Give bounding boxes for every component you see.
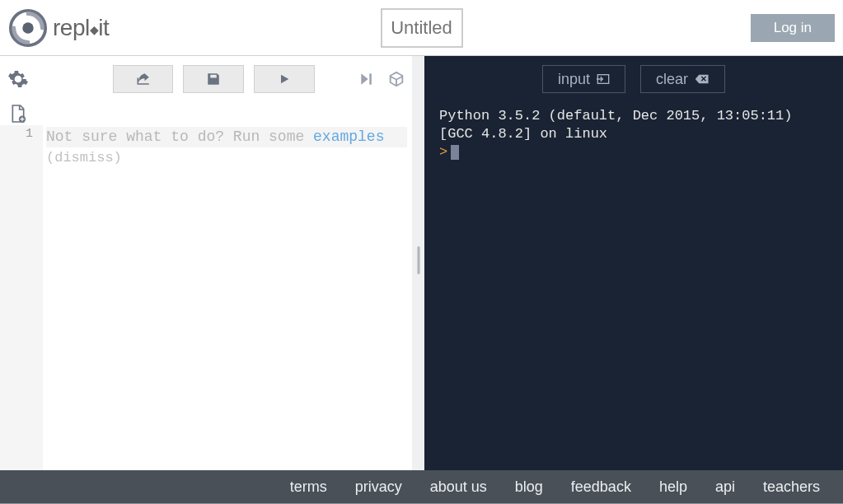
- play-icon: [278, 72, 291, 86]
- input-button[interactable]: input: [542, 65, 625, 93]
- examples-link[interactable]: examples: [313, 128, 384, 145]
- console-toolbar: input clear: [424, 56, 843, 102]
- line-gutter: 1: [0, 125, 43, 470]
- console-pane: input clear Python 3.5.2 (default, Dec 2…: [424, 56, 843, 470]
- console-line: [GCC 4.8.2] on linux: [439, 125, 828, 143]
- editor-toolbar: [0, 56, 412, 102]
- code-body[interactable]: Not sure what to do? Run some examples (…: [43, 125, 412, 470]
- line-number: 1: [0, 127, 33, 141]
- share-icon: [135, 72, 152, 86]
- footer-link-feedback[interactable]: feedback: [571, 478, 631, 496]
- step-button[interactable]: [358, 71, 376, 87]
- console-line: Python 3.5.2 (default, Dec 2015, 13:05:1…: [439, 107, 828, 125]
- footer: terms privacy about us blog feedback hel…: [0, 470, 843, 503]
- new-file-button[interactable]: [10, 104, 26, 124]
- dismiss-link[interactable]: (dismiss): [46, 150, 122, 166]
- console-prompt[interactable]: >: [439, 143, 828, 161]
- footer-link-api[interactable]: api: [715, 478, 735, 496]
- svg-point-1: [22, 22, 33, 33]
- save-icon: [206, 72, 221, 86]
- gear-icon: [7, 68, 29, 90]
- main: 1 Not sure what to do? Run some examples…: [0, 56, 843, 470]
- package-button[interactable]: [387, 70, 405, 88]
- footer-link-privacy[interactable]: privacy: [355, 478, 402, 496]
- save-button[interactable]: [183, 65, 244, 93]
- console-output[interactable]: Python 3.5.2 (default, Dec 2015, 13:05:1…: [424, 102, 843, 166]
- footer-link-terms[interactable]: terms: [290, 478, 327, 496]
- swirl-icon: [8, 8, 48, 48]
- editor-pane: 1 Not sure what to do? Run some examples…: [0, 56, 412, 470]
- drag-handle-icon: [417, 246, 419, 274]
- code-editor[interactable]: 1 Not sure what to do? Run some examples…: [0, 125, 412, 470]
- brand-text: repl◆it: [53, 15, 109, 41]
- clear-icon: [695, 73, 710, 85]
- svg-rect-2: [369, 73, 372, 84]
- footer-link-blog[interactable]: blog: [515, 478, 543, 496]
- hint-text: Not sure what to do? Run some: [46, 128, 313, 145]
- login-button[interactable]: Log in: [751, 14, 835, 42]
- pane-divider[interactable]: [412, 56, 424, 470]
- footer-link-teachers[interactable]: teachers: [763, 478, 820, 496]
- title-input[interactable]: [381, 8, 463, 48]
- share-button[interactable]: [113, 65, 174, 93]
- settings-button[interactable]: [7, 68, 29, 91]
- input-icon: [597, 73, 610, 85]
- clear-button[interactable]: clear: [640, 65, 725, 93]
- header: repl◆it Log in: [0, 0, 843, 56]
- footer-link-help[interactable]: help: [659, 478, 687, 496]
- run-button[interactable]: [254, 65, 315, 93]
- cursor-icon: [451, 145, 459, 160]
- brand-logo[interactable]: repl◆it: [8, 8, 109, 48]
- file-tabs: [0, 102, 412, 125]
- footer-link-about[interactable]: about us: [430, 478, 487, 496]
